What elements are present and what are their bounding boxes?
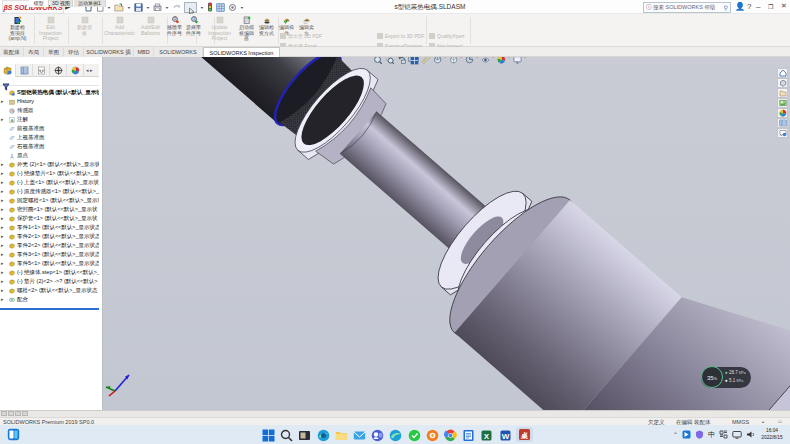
svg-text:A: A [11,117,14,122]
svg-text:X: X [484,432,490,441]
svg-text:桌: 桌 [520,432,528,440]
svg-text:W: W [501,432,509,441]
